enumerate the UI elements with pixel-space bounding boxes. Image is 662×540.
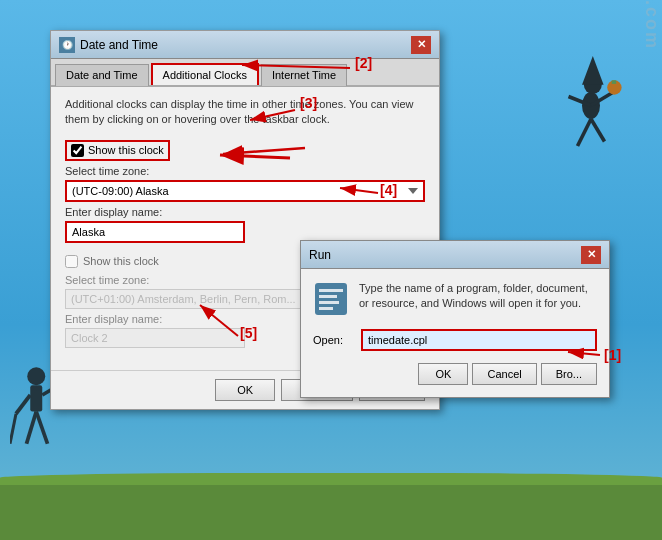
- run-browse-button[interactable]: Bro...: [541, 363, 597, 385]
- svg-rect-20: [319, 307, 333, 310]
- run-ok-button[interactable]: OK: [418, 363, 468, 385]
- tab-date-time[interactable]: Date and Time: [55, 64, 149, 86]
- run-icon: [313, 281, 349, 317]
- run-header: Type the name of a program, folder, docu…: [313, 281, 597, 317]
- title-area: 🕐 Date and Time: [59, 37, 158, 53]
- dialog-titlebar: 🕐 Date and Time ✕: [51, 31, 439, 59]
- run-content: Type the name of a program, folder, docu…: [301, 269, 609, 397]
- clock1-checkbox[interactable]: [71, 144, 84, 157]
- svg-rect-19: [319, 301, 339, 304]
- description-text: Additional clocks can display the time i…: [65, 97, 425, 128]
- run-buttons: OK Cancel Bro...: [313, 363, 597, 385]
- clock1-show-label: Show this clock: [88, 144, 164, 156]
- dialog-title: Date and Time: [80, 38, 158, 52]
- svg-rect-16: [315, 283, 347, 315]
- clock1-show-checkbox-container: Show this clock: [65, 140, 170, 161]
- clock2-checkbox[interactable]: [65, 255, 78, 268]
- run-cancel-button[interactable]: Cancel: [472, 363, 536, 385]
- svg-rect-18: [319, 295, 337, 298]
- run-dialog: Run ✕ Type the name of a program, folder…: [300, 240, 610, 398]
- clock2-display-input: [65, 328, 245, 348]
- run-close-button[interactable]: ✕: [581, 246, 601, 264]
- tab-additional-clocks[interactable]: Additional Clocks: [151, 63, 259, 85]
- run-title: Run: [309, 248, 331, 262]
- svg-rect-17: [319, 289, 343, 292]
- dialog-icon: 🕐: [59, 37, 75, 53]
- run-open-input[interactable]: [361, 329, 597, 351]
- clock1-timezone-label: Select time zone:: [65, 165, 425, 177]
- clock1-timezone-select[interactable]: (UTC-09:00) Alaska (UTC+00:00) UTC (UTC+…: [65, 180, 425, 202]
- clock1-display-label: Enter display name:: [65, 206, 425, 218]
- run-description: Type the name of a program, folder, docu…: [359, 281, 597, 312]
- clock2-show-label: Show this clock: [83, 255, 159, 267]
- close-button[interactable]: ✕: [411, 36, 431, 54]
- clock1-display-input[interactable]: [65, 221, 245, 243]
- run-open-label: Open:: [313, 334, 353, 346]
- tab-internet-time[interactable]: Internet Time: [261, 64, 347, 86]
- run-titlebar: Run ✕: [301, 241, 609, 269]
- run-open-row: Open:: [313, 329, 597, 351]
- clock1-section: Show this clock Select time zone: (UTC-0…: [65, 140, 425, 243]
- ok-button[interactable]: OK: [215, 379, 275, 401]
- tabs-bar: Date and Time Additional Clocks Internet…: [51, 59, 439, 87]
